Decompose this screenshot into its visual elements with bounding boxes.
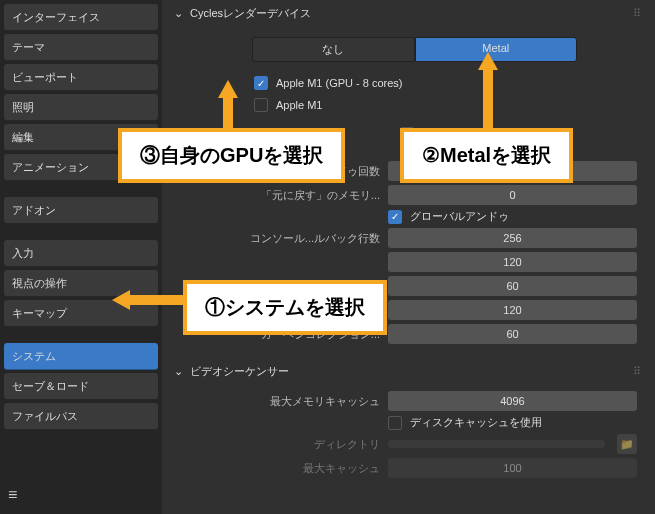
section-video-header[interactable]: ⌄ ビデオシーケンサー ⠿ bbox=[172, 358, 645, 385]
main-panel: ⌄ Cyclesレンダーデバイス ⠿ なし Metal Apple M1 (GP… bbox=[162, 0, 655, 514]
chevron-down-icon: ⌄ bbox=[174, 365, 184, 378]
vbo-input[interactable]: 120 bbox=[388, 300, 637, 320]
disk-cache-label: ディスクキャッシュを使用 bbox=[410, 415, 542, 430]
checkbox-icon[interactable] bbox=[254, 98, 268, 112]
checkbox-disk-cache[interactable] bbox=[388, 416, 402, 430]
section-cycles-header[interactable]: ⌄ Cyclesレンダーデバイス ⠿ bbox=[172, 0, 645, 27]
global-undo-label: グローバルアンドゥ bbox=[410, 209, 509, 224]
arrow-icon bbox=[218, 80, 238, 130]
checkbox-global-undo[interactable] bbox=[388, 210, 402, 224]
undo-mem-label: 「元に戻す」のメモリ... bbox=[180, 188, 380, 203]
section-title: Cyclesレンダーデバイス bbox=[190, 6, 311, 21]
sidebar-item-interface[interactable]: インターフェイス bbox=[4, 4, 158, 31]
sidebar-item-file-paths[interactable]: ファイルパス bbox=[4, 403, 158, 430]
dir-input bbox=[388, 440, 605, 448]
tab-none[interactable]: なし bbox=[252, 37, 415, 62]
section-title: ビデオシーケンサー bbox=[190, 364, 289, 379]
sidebar-item-save-load[interactable]: セーブ＆ロード bbox=[4, 373, 158, 400]
dir-label: ディレクトリ bbox=[180, 437, 380, 452]
mem-cache-input[interactable]: 4096 bbox=[388, 391, 637, 411]
device-option-cpu[interactable]: Apple M1 bbox=[192, 94, 637, 116]
hamburger-icon[interactable]: ≡ bbox=[8, 486, 17, 504]
arrow-icon bbox=[112, 290, 185, 310]
chevron-down-icon: ⌄ bbox=[174, 7, 184, 20]
sidebar-item-lights[interactable]: 照明 bbox=[4, 94, 158, 121]
console-label: コンソール...ルバック行数 bbox=[180, 231, 380, 246]
sidebar-item-viewport[interactable]: ビューポート bbox=[4, 64, 158, 91]
annotation-2: ②Metalを選択 bbox=[400, 128, 573, 183]
arrow-icon bbox=[478, 52, 498, 130]
checkbox-icon[interactable] bbox=[254, 76, 268, 90]
drag-handle-icon[interactable]: ⠿ bbox=[633, 365, 643, 378]
annotation-1: ①システムを選択 bbox=[183, 280, 387, 335]
console-input[interactable]: 256 bbox=[388, 228, 637, 248]
device-option-gpu[interactable]: Apple M1 (GPU - 8 cores) bbox=[192, 72, 637, 94]
preferences-sidebar: インターフェイス テーマ ビューポート 照明 編集 アニメーション アドオン 入… bbox=[0, 0, 162, 514]
mem-cache-label: 最大メモリキャッシュ bbox=[180, 394, 380, 409]
value-input-1[interactable]: 120 bbox=[388, 252, 637, 272]
drag-handle-icon[interactable]: ⠿ bbox=[633, 7, 643, 20]
sidebar-item-themes[interactable]: テーマ bbox=[4, 34, 158, 61]
max-cache-label: 最大キャッシュ bbox=[180, 461, 380, 476]
sidebar-item-system[interactable]: システム bbox=[4, 343, 158, 370]
value-input-2[interactable]: 60 bbox=[388, 276, 637, 296]
sidebar-item-input[interactable]: 入力 bbox=[4, 240, 158, 267]
annotation-3: ③自身のGPUを選択 bbox=[118, 128, 345, 183]
max-cache-input: 100 bbox=[388, 458, 637, 478]
sidebar-item-addons[interactable]: アドオン bbox=[4, 197, 158, 224]
folder-icon: 📁 bbox=[617, 434, 637, 454]
gc-input[interactable]: 60 bbox=[388, 324, 637, 344]
device-type-tabs: なし Metal bbox=[252, 37, 577, 62]
undo-mem-input[interactable]: 0 bbox=[388, 185, 637, 205]
